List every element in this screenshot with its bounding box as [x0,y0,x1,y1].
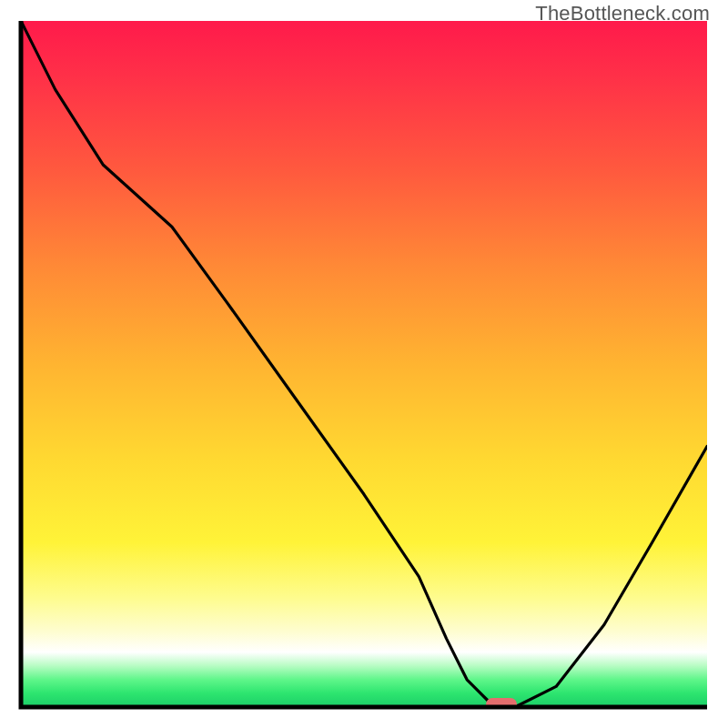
watermark-text: TheBottleneck.com [535,2,710,25]
chart-container: TheBottleneck.com [0,0,728,728]
plot-area [21,21,707,707]
optimal-marker [486,698,517,707]
bottleneck-curve [21,21,707,707]
